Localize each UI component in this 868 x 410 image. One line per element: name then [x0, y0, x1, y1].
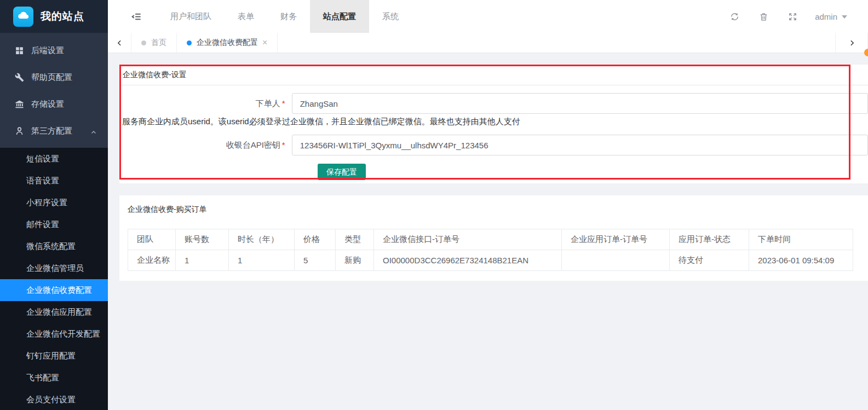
- tab-dot: [187, 41, 192, 45]
- col-duration: 时长（年）: [229, 229, 295, 250]
- partial-floating-icon[interactable]: [864, 49, 868, 56]
- nav-finance[interactable]: 财务: [267, 0, 310, 33]
- refresh-icon[interactable]: [730, 12, 739, 21]
- orderer-help-text: 服务商企业内成员userid。该userid必须登录过企业微信，并且企业微信已绑…: [119, 114, 868, 127]
- nav-forms[interactable]: 表单: [225, 0, 267, 33]
- trash-icon[interactable]: [759, 12, 768, 21]
- save-config-button[interactable]: 保存配置: [318, 164, 366, 180]
- chevron-up-icon: [90, 128, 97, 135]
- nav-system[interactable]: 系统: [369, 0, 412, 33]
- orders-data-row: 企业名称 1 1 5 新购 OI00000D3CC26962E7324148B2…: [128, 250, 853, 271]
- col-type: 类型: [336, 229, 374, 250]
- sidebar-item-label: 存储设置: [31, 99, 64, 109]
- submenu-item-mail[interactable]: 邮件设置: [0, 213, 108, 235]
- field-label-text: 收银台API密钥: [226, 140, 280, 149]
- col-price: 价格: [295, 229, 336, 250]
- tab-dot: [141, 41, 146, 45]
- col-account-count: 账号数: [176, 229, 229, 250]
- submenu-item-wechat-system[interactable]: 微信系统配置: [0, 235, 108, 257]
- submenu-item-dingtalk[interactable]: 钉钉应用配置: [0, 345, 108, 367]
- col-team: 团队: [128, 229, 176, 250]
- submenu-item-miniprogram[interactable]: 小程序设置: [0, 192, 108, 213]
- nav-users-teams[interactable]: 用户和团队: [157, 0, 225, 33]
- cell-app-order-no: [562, 250, 670, 271]
- sidebar-item-label: 帮助页配置: [31, 72, 72, 83]
- settings-panel: 企业微信收费-设置 下单人* 服务商企业内成员userid。该userid必须登…: [119, 65, 868, 183]
- user-menu[interactable]: admin: [815, 12, 847, 21]
- sidebar-menu: 后端设置 帮助页配置 存储设置 第三方配置: [0, 33, 108, 148]
- tab-home[interactable]: 首页: [131, 33, 177, 53]
- orderer-input[interactable]: [292, 93, 868, 114]
- username: admin: [815, 12, 837, 21]
- field-label-text: 下单人: [256, 99, 280, 108]
- col-app-order-status: 应用订单-状态: [670, 229, 749, 250]
- main-area: 用户和团队 表单 财务 站点配置 系统 admin: [108, 0, 868, 410]
- sidebar-submenu: 短信设置 语音设置 小程序设置 邮件设置 微信系统配置 企业微信管理员 企业微信…: [0, 148, 108, 410]
- required-asterisk: *: [282, 140, 285, 149]
- col-app-order-no: 企业应用订单-订单号: [562, 229, 670, 250]
- grid-icon: [15, 46, 24, 55]
- cell-price: 5: [295, 250, 336, 271]
- cell-app-order-status: 待支付: [670, 250, 749, 271]
- sidebar-item-backend[interactable]: 后端设置: [0, 37, 108, 64]
- cloud-logo-icon: [13, 7, 33, 27]
- submenu-item-wecom-billing[interactable]: 企业微信收费配置: [0, 279, 108, 301]
- logo-bar[interactable]: 我的站点: [0, 0, 108, 33]
- bank-icon: [15, 100, 24, 109]
- chevron-down-icon: [842, 15, 847, 21]
- cell-order-time: 2023-06-01 09:54:09: [749, 250, 853, 271]
- cell-account-count: 1: [176, 250, 229, 271]
- cell-wecom-order-no: OI00000D3CC26962E7324148B21EAN: [374, 250, 562, 271]
- nav-site-config[interactable]: 站点配置: [310, 0, 369, 33]
- page-content: 企业微信收费-设置 下单人* 服务商企业内成员userid。该userid必须登…: [108, 53, 868, 410]
- sidebar: 我的站点 后端设置 帮助页配置 存储设置 第三方配置: [0, 0, 108, 410]
- tab-label: 企业微信收费配置: [197, 38, 258, 48]
- tab-label: 首页: [151, 38, 166, 48]
- submenu-item-wecom-dev[interactable]: 企业微信代开发配置: [0, 323, 108, 345]
- api-key-input[interactable]: [292, 135, 868, 155]
- submenu-item-sms[interactable]: 短信设置: [0, 148, 108, 170]
- sidebar-item-label: 第三方配置: [31, 126, 72, 136]
- sidebar-item-storage[interactable]: 存储设置: [0, 91, 108, 118]
- settings-panel-title: 企业微信收费-设置: [119, 65, 868, 85]
- sidebar-item-label: 后端设置: [31, 45, 64, 56]
- fullscreen-icon[interactable]: [788, 12, 797, 21]
- cell-team: 企业名称: [128, 250, 176, 271]
- submenu-item-voice[interactable]: 语音设置: [0, 170, 108, 192]
- top-bar: 用户和团队 表单 财务 站点配置 系统 admin: [108, 0, 868, 33]
- submenu-item-wecom-admin[interactable]: 企业微信管理员: [0, 257, 108, 279]
- col-wecom-order-no: 企业微信接口-订单号: [374, 229, 562, 250]
- api-key-row: 收银台API密钥*: [119, 135, 868, 155]
- submenu-item-member-pay[interactable]: 会员支付设置: [0, 389, 108, 410]
- submenu-item-wecom-app[interactable]: 企业微信应用配置: [0, 301, 108, 323]
- orderer-row: 下单人*: [119, 93, 868, 114]
- col-order-time: 下单时间: [749, 229, 853, 250]
- orders-table: 团队 账号数 时长（年） 价格 类型 企业微信接口-订单号 企业应用订单-订单号…: [128, 229, 853, 271]
- top-actions: admin: [710, 12, 868, 21]
- orders-panel-title: 企业微信收费-购买订单: [128, 205, 868, 215]
- api-key-label: 收银台API密钥*: [119, 140, 285, 151]
- orderer-label: 下单人*: [119, 99, 285, 109]
- required-asterisk: *: [282, 99, 285, 108]
- submenu-item-feishu[interactable]: 飞书配置: [0, 367, 108, 389]
- orders-panel: 企业微信收费-购买订单 团队 账号数 时长（年） 价格 类型 企业微信接口-订单…: [119, 195, 868, 281]
- user-icon: [15, 126, 24, 136]
- menu-fold-icon[interactable]: [131, 11, 142, 22]
- wrench-icon: [15, 73, 24, 82]
- close-icon[interactable]: ×: [262, 38, 267, 47]
- cell-type: 新购: [336, 250, 374, 271]
- tab-wecom-billing-config[interactable]: 企业微信收费配置 ×: [177, 33, 278, 53]
- tabs-scroll-left[interactable]: [108, 33, 131, 53]
- sidebar-item-help-page[interactable]: 帮助页配置: [0, 64, 108, 91]
- app-title: 我的站点: [41, 9, 84, 24]
- tabs-scroll-right[interactable]: [835, 33, 868, 53]
- tab-strip: 首页 企业微信收费配置 ×: [108, 33, 868, 53]
- sidebar-item-third-party[interactable]: 第三方配置: [0, 118, 108, 145]
- cell-duration: 1: [229, 250, 295, 271]
- top-nav: 用户和团队 表单 财务 站点配置 系统: [157, 0, 412, 33]
- orders-header-row: 团队 账号数 时长（年） 价格 类型 企业微信接口-订单号 企业应用订单-订单号…: [128, 229, 853, 250]
